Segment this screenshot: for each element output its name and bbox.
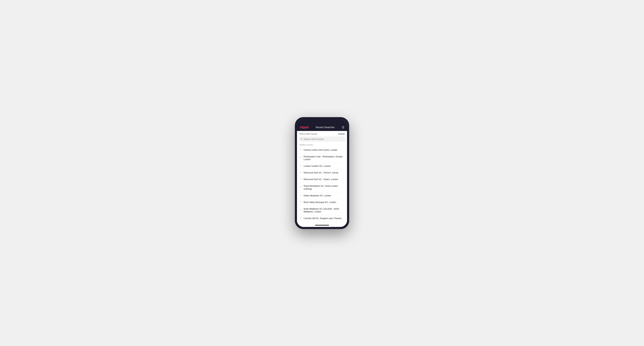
location-pin-icon [300,157,302,160]
location-pin-icon [300,201,302,204]
svg-point-11 [300,217,301,218]
menu-icon[interactable]: ☰ [342,126,344,129]
list-item[interactable]: Central London Golf Centre, London [297,147,347,154]
notch-pill [315,122,329,124]
search-icon [300,138,302,140]
course-name: Richmond Park GC - Duke's, London [304,178,338,181]
course-name: London Scottish GC, London [304,165,330,168]
location-pin-icon [300,186,302,189]
location-pin-icon [300,178,302,181]
course-name: Brent Valley Municipal GC, London [304,201,336,204]
list-item[interactable]: Richmond Park GC - Prince's, Surrey [297,170,347,176]
cancel-button[interactable]: Cancel [338,133,344,135]
location-pin-icon [300,194,302,197]
find-bar: Find a Golf Course Cancel [297,131,347,137]
nearby-courses-label: Nearby courses [297,143,347,147]
location-pin-icon [300,209,302,212]
list-item[interactable]: North Middlesex GC (1011942 - North Midd… [297,206,347,215]
svg-point-2 [300,149,301,150]
list-item[interactable]: Richmond Park GC - Duke's, London [297,176,347,183]
search-input[interactable] [304,138,344,140]
svg-point-3 [300,157,301,158]
course-name: North Middlesex GC (1011942 - North Midd… [304,207,344,213]
svg-point-9 [300,201,301,202]
svg-point-7 [300,186,301,187]
home-bar [315,225,329,225]
app-logo: clippd [300,126,308,129]
phone-device: clippd Recent Searches ☰ Find a Golf Cou… [295,117,349,229]
list-item[interactable]: Royal Wimbledon GC, Great London Authori… [297,183,347,192]
location-pin-icon [300,149,302,152]
location-pin-icon [300,165,302,168]
course-name: Dukes Meadows GC, London [304,194,331,197]
list-item[interactable]: London Scottish GC, London [297,163,347,170]
location-pin-icon [300,171,302,174]
svg-point-6 [300,178,301,179]
phone-notch [297,119,347,124]
svg-point-4 [300,165,301,166]
list-item[interactable]: Roehampton Club - Roehampton, Greater Lo… [297,154,347,163]
home-indicator [297,224,347,227]
phone-screen: clippd Recent Searches ☰ Find a Golf Cou… [297,119,347,227]
course-name: Coombe Hill GC, Kingston upon Thames [304,217,342,220]
app-header: clippd Recent Searches ☰ [297,124,347,131]
list-item[interactable]: Coombe Hill GC, Kingston upon Thames [297,215,347,222]
courses-list: Central London Golf Centre, London Roeha… [297,147,347,224]
svg-line-1 [302,139,302,140]
header-title: Recent Searches [316,126,334,129]
search-box[interactable] [299,137,345,142]
list-item[interactable]: Dukes Meadows GC, London [297,192,347,199]
course-name: Royal Wimbledon GC, Great London Authori… [304,185,344,190]
svg-point-8 [300,195,301,195]
location-pin-icon [300,217,302,220]
course-name: Richmond Park GC - Prince's, Surrey [304,171,338,174]
svg-point-5 [300,172,301,172]
svg-point-10 [300,209,301,210]
list-item[interactable]: Brent Valley Municipal GC, London [297,199,347,206]
content-area: Find a Golf Course Cancel Nearby courses [297,131,347,224]
find-label: Find a Golf Course [300,133,317,135]
course-name: Roehampton Club - Roehampton, Greater Lo… [304,155,344,161]
course-name: Central London Golf Centre, London [304,149,338,152]
